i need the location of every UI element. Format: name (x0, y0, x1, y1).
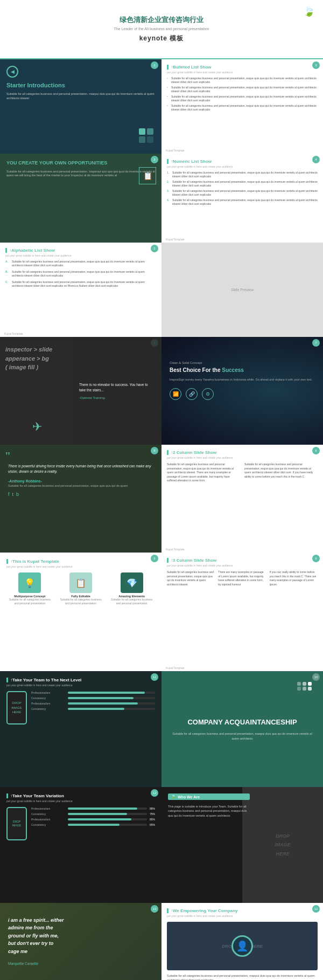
inspector-text: inspector > slideapperance > bg( image f… (5, 345, 52, 372)
stat-pct-4: 65% (150, 823, 155, 826)
slide-2col: 8 ↑2 Column Slide Show put your great su… (162, 445, 323, 553)
stat-pct-3: 80% (150, 818, 155, 821)
slide-who-we-are: 11 DROPIMAGEHERE 🍃Who We Are This page i… (162, 787, 323, 903)
bullet-item-1: •Suitable for all categories business an… (167, 77, 318, 84)
var-title: ↑Take Your Team Variation (6, 793, 155, 798)
kupat-feature-3: 💎 Amazing Elements Suitable for all cate… (108, 572, 155, 605)
slide-num: 8 (151, 447, 158, 454)
col3-col1: Suitable for all categories business and… (167, 570, 215, 586)
alpha-item-a: A.Suitable for all categories business a… (5, 260, 156, 267)
footer-tag: Kupat Template (166, 238, 185, 241)
cover-title: 绿色清新企业宣传咨询行业 (120, 15, 203, 25)
bc-icon-2: 🔗 (186, 388, 198, 400)
slide-num-3: 3 (312, 61, 320, 69)
bc-icon-3: ⚙ (202, 388, 214, 400)
bc-text: InspiraSign survey many Yasartra busines… (170, 377, 315, 382)
var-subtitle: put your great subtitle in here and crea… (6, 799, 155, 803)
bc-icons: 📶 🔗 ⚙ (170, 388, 315, 400)
col2-title: ↑2 Column Slide Show (167, 450, 318, 455)
slide-we-empowering: 12 ↑We Empowering Your Company put your … (162, 903, 323, 980)
numeric-subtitle: put your great subtitle in here and crea… (167, 165, 318, 168)
slide-num: 9 (312, 555, 320, 562)
send-icon: ✈ (32, 420, 42, 434)
footer-tag: Kupat Template (166, 666, 185, 670)
kupat-subtitle: put your great subtitle in here and crea… (6, 565, 155, 568)
wwa-text: This page is suitable to introduce your … (168, 804, 250, 818)
inspector-overlay: There is no elevator to success. You hav… (73, 337, 162, 445)
footer-tag: Kupat Template (166, 149, 185, 152)
slide-num: 7 (312, 339, 320, 347)
row-2: 3 YOU CREATE YOUR OWN OPPORTUNITIES Suit… (0, 154, 323, 243)
kupat-title: ↑This is Kupat Template (6, 559, 155, 564)
social-t[interactable]: t (12, 492, 14, 497)
footer-tag: Kupat Template (4, 332, 23, 335)
anthony-quote: There is powerful driving force inside e… (8, 464, 153, 475)
row-1: 2 ◀ Starter Introductions Suitable for a… (0, 59, 323, 154)
col2-subtitle: put your great subtitle in here and crea… (167, 456, 318, 459)
teal-squares (139, 128, 153, 143)
slide-num: 8 (312, 447, 320, 454)
bc-icon-1: 📶 (170, 388, 181, 400)
bullet-item-2: •Suitable for all categories business an… (167, 86, 318, 93)
stat-label-2: Consistency (31, 812, 66, 816)
col2-left: Suitable for all categories business and… (167, 463, 240, 483)
row-3: 5 ↑Alphabetic List Show put your great s… (0, 243, 323, 337)
slide-team-variation: 12 ↑Take Your Team Variation put your gr… (0, 787, 162, 903)
kupat-text-2: Suitable for all categories business and… (58, 598, 104, 605)
num-item-4: 4.Suitable for all categories business a… (167, 198, 318, 206)
emp-text: Suitable for all categories business and… (167, 974, 318, 980)
slide-company: 10 COMPANY ACQUAINTANCESHIP Suitable for… (162, 671, 323, 787)
stat-pct-2: 75% (150, 812, 155, 816)
bc-tag: Clean & Solid Concept (170, 361, 315, 364)
stat-label-1: Professionalism (31, 807, 66, 810)
emp-subtitle: put your great subtitle in here and crea… (167, 914, 318, 917)
slide-num: 4 (312, 156, 320, 163)
col3-col3: If you can really ability to come before… (270, 570, 318, 586)
row-7: 11 ↑Take Your Team to The Next Level put… (0, 671, 323, 787)
var-stats: Professionalism 88% Consistency 75% Prof… (31, 807, 155, 840)
insp2-lines: i am a free spirit... eitheradmire me fr… (8, 916, 153, 955)
create-text: Suitable for all categories business and… (6, 170, 155, 178)
kupat-feature-2: 📋 Fully Editable Suitable for all catego… (58, 572, 104, 605)
cover-subtitle: The Leader of the All business and perso… (114, 27, 209, 31)
alpha-item-b: B.Suitable for all categories business a… (5, 270, 156, 278)
blank-label: Slide Preview (231, 288, 254, 292)
num-item-1: 1.Suitable for all categories business a… (167, 171, 318, 178)
prog-label-3: Professionalism (31, 702, 66, 705)
person-icon: 👤 (231, 935, 253, 957)
slide-num: 3 (151, 156, 158, 163)
slide-num: 9 (151, 555, 158, 562)
prog-label-4: Consistency (31, 707, 66, 710)
stat-label-3: Professionalism (31, 818, 66, 821)
kupat-icon-1: 💡 (18, 572, 41, 593)
slide-inspector: 6 inspector > slideapperance > bg( image… (0, 337, 162, 445)
row-4: 6 inspector > slideapperance > bg( image… (0, 337, 323, 445)
alpha-item-c: C.Suitable for all categories business a… (5, 280, 156, 288)
slide-cover: 🍃 绿色清新企业宣传咨询行业 The Leader of the All bus… (0, 0, 323, 59)
slide-you-create: 3 YOU CREATE YOUR OWN OPPORTUNITIES Suit… (0, 154, 162, 243)
slide-kupat: 9 ↑This is Kupat Template put your great… (0, 553, 162, 671)
slide-starter-intro: 2 ◀ Starter Introductions Suitable for a… (0, 59, 162, 154)
col3-col2: There are many examples or passage of Lo… (218, 570, 266, 586)
alpha-title: ↑Alphabetic List Show (5, 248, 156, 253)
numeric-title: ↑Numeric List Show (167, 159, 318, 164)
row-6: 9 ↑This is Kupat Template put your great… (0, 553, 323, 671)
kupat-icon-3: 💎 (121, 572, 143, 593)
company-text: Suitable for all categories business and… (170, 731, 315, 741)
take-team-subtitle: put your great subtitle in here and crea… (6, 684, 155, 687)
slide-num: 5 (151, 245, 158, 252)
starter-text: Suitable for all categories business and… (6, 92, 155, 101)
col3-title: ↑3 Column Slide Show (167, 558, 318, 563)
bullet-item-4: •Suitable for all categories business an… (167, 104, 318, 112)
inspector-author: -Optimist Training- (79, 396, 155, 399)
slide-take-team: 11 ↑Take Your Team to The Next Level put… (0, 671, 162, 787)
dot-grid (297, 682, 312, 691)
inspector-quote: There is no elevator to success. You hav… (79, 382, 155, 394)
prog-label-2: Consistency (31, 696, 66, 700)
kupat-text-1: Suitable for all categories business and… (6, 598, 53, 605)
social-b[interactable]: b (16, 492, 19, 497)
stat-pct-1: 88% (150, 807, 155, 810)
cover-keynote: keynote 模板 (139, 34, 184, 43)
company-title: COMPANY ACQUAINTANCESHIP (187, 717, 297, 727)
social-f[interactable]: f (8, 492, 10, 497)
